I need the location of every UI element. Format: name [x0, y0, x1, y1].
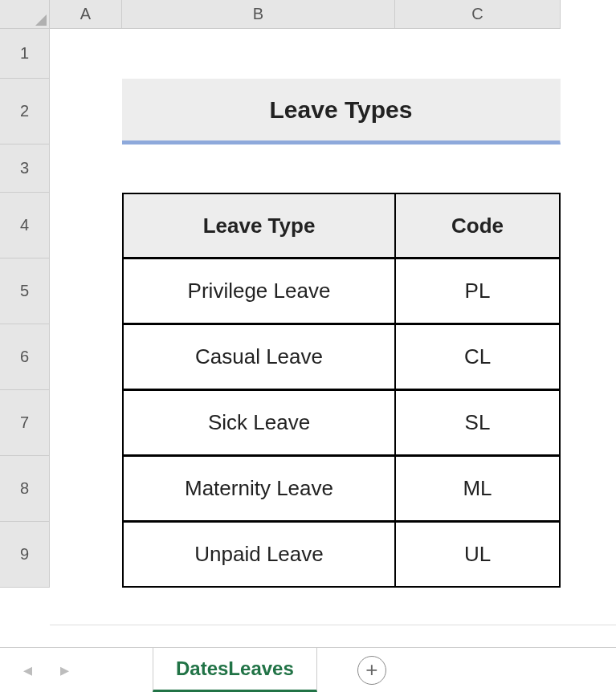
prev-sheet-icon[interactable]: ◂ [11, 654, 43, 686]
table-row[interactable]: CL [395, 324, 561, 390]
col-header-a[interactable]: A [50, 0, 122, 29]
sheet-tab-active[interactable]: DatesLeaves [153, 647, 317, 692]
col-header-b[interactable]: B [122, 0, 395, 29]
table-row[interactable]: Casual Leave [122, 324, 395, 390]
row-header-3[interactable]: 3 [0, 145, 50, 193]
row-header-8[interactable]: 8 [0, 456, 50, 522]
col-header-c[interactable]: C [395, 0, 561, 29]
table-row[interactable]: ML [395, 456, 561, 522]
row-header-4[interactable]: 4 [0, 193, 50, 258]
header-leave-type[interactable]: Leave Type [122, 193, 395, 258]
select-all-corner[interactable] [0, 0, 50, 29]
add-sheet-icon[interactable]: + [357, 656, 386, 685]
table-row[interactable]: UL [395, 522, 561, 588]
table-row[interactable]: Sick Leave [122, 390, 395, 456]
row-header-1[interactable]: 1 [0, 29, 50, 79]
next-sheet-icon[interactable]: ▸ [48, 654, 80, 686]
table-row[interactable]: Maternity Leave [122, 456, 395, 522]
table-row[interactable]: Unpaid Leave [122, 522, 395, 588]
table-row[interactable]: Privilege Leave [122, 258, 395, 324]
row-header-9[interactable]: 9 [0, 522, 50, 588]
sheet-bottom-gap [50, 625, 616, 647]
row-header-5[interactable]: 5 [0, 258, 50, 324]
table-row[interactable]: PL [395, 258, 561, 324]
row-header-6[interactable]: 6 [0, 324, 50, 390]
title-cell[interactable]: Leave Types [122, 79, 561, 145]
header-code[interactable]: Code [395, 193, 561, 258]
row-header-2[interactable]: 2 [0, 79, 50, 145]
row-header-7[interactable]: 7 [0, 390, 50, 456]
worksheet-grid: A B C 1 2 3 4 5 6 7 8 9 Leave Types Leav… [0, 0, 561, 588]
table-row[interactable]: SL [395, 390, 561, 456]
sheet-tab-bar: ◂ ▸ DatesLeaves + [0, 647, 616, 692]
